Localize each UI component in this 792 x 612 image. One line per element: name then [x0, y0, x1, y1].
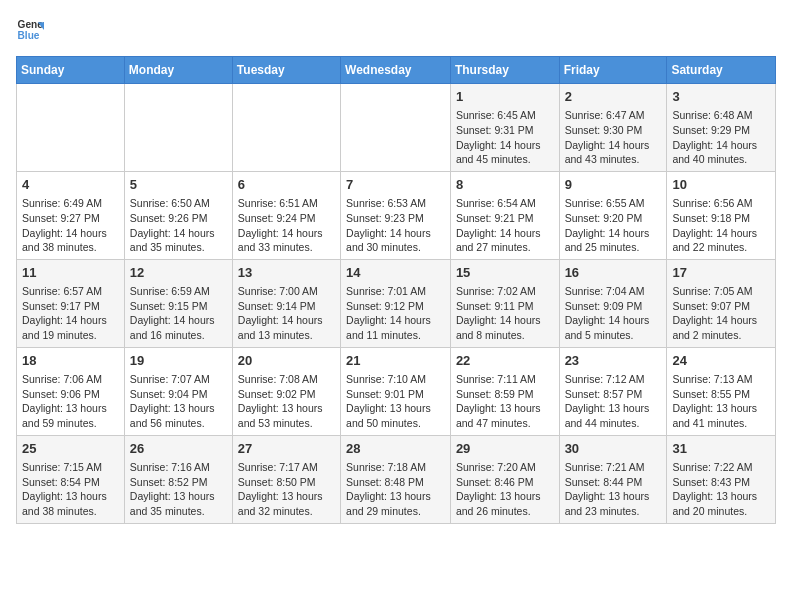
day-info: Sunrise: 7:00 AM Sunset: 9:14 PM Dayligh… [238, 284, 335, 343]
day-cell: 6Sunrise: 6:51 AM Sunset: 9:24 PM Daylig… [232, 171, 340, 259]
day-header-sunday: Sunday [17, 57, 125, 84]
day-cell: 15Sunrise: 7:02 AM Sunset: 9:11 PM Dayli… [450, 259, 559, 347]
day-cell: 23Sunrise: 7:12 AM Sunset: 8:57 PM Dayli… [559, 347, 667, 435]
week-row-2: 4Sunrise: 6:49 AM Sunset: 9:27 PM Daylig… [17, 171, 776, 259]
day-cell: 28Sunrise: 7:18 AM Sunset: 8:48 PM Dayli… [341, 435, 451, 523]
day-number: 3 [672, 88, 770, 106]
day-info: Sunrise: 6:53 AM Sunset: 9:23 PM Dayligh… [346, 196, 445, 255]
day-info: Sunrise: 6:49 AM Sunset: 9:27 PM Dayligh… [22, 196, 119, 255]
day-number: 4 [22, 176, 119, 194]
day-header-tuesday: Tuesday [232, 57, 340, 84]
day-header-friday: Friday [559, 57, 667, 84]
day-cell: 9Sunrise: 6:55 AM Sunset: 9:20 PM Daylig… [559, 171, 667, 259]
day-cell: 8Sunrise: 6:54 AM Sunset: 9:21 PM Daylig… [450, 171, 559, 259]
day-info: Sunrise: 6:48 AM Sunset: 9:29 PM Dayligh… [672, 108, 770, 167]
day-info: Sunrise: 6:57 AM Sunset: 9:17 PM Dayligh… [22, 284, 119, 343]
day-cell: 20Sunrise: 7:08 AM Sunset: 9:02 PM Dayli… [232, 347, 340, 435]
day-cell: 16Sunrise: 7:04 AM Sunset: 9:09 PM Dayli… [559, 259, 667, 347]
day-number: 30 [565, 440, 662, 458]
day-number: 2 [565, 88, 662, 106]
day-info: Sunrise: 6:50 AM Sunset: 9:26 PM Dayligh… [130, 196, 227, 255]
day-number: 24 [672, 352, 770, 370]
day-info: Sunrise: 7:21 AM Sunset: 8:44 PM Dayligh… [565, 460, 662, 519]
day-info: Sunrise: 6:47 AM Sunset: 9:30 PM Dayligh… [565, 108, 662, 167]
day-cell [232, 84, 340, 172]
week-row-1: 1Sunrise: 6:45 AM Sunset: 9:31 PM Daylig… [17, 84, 776, 172]
day-cell: 21Sunrise: 7:10 AM Sunset: 9:01 PM Dayli… [341, 347, 451, 435]
day-header-thursday: Thursday [450, 57, 559, 84]
day-cell [17, 84, 125, 172]
day-number: 13 [238, 264, 335, 282]
day-number: 16 [565, 264, 662, 282]
day-number: 5 [130, 176, 227, 194]
day-number: 19 [130, 352, 227, 370]
day-cell: 1Sunrise: 6:45 AM Sunset: 9:31 PM Daylig… [450, 84, 559, 172]
week-row-4: 18Sunrise: 7:06 AM Sunset: 9:06 PM Dayli… [17, 347, 776, 435]
day-cell: 7Sunrise: 6:53 AM Sunset: 9:23 PM Daylig… [341, 171, 451, 259]
day-header-wednesday: Wednesday [341, 57, 451, 84]
day-info: Sunrise: 7:11 AM Sunset: 8:59 PM Dayligh… [456, 372, 554, 431]
week-row-5: 25Sunrise: 7:15 AM Sunset: 8:54 PM Dayli… [17, 435, 776, 523]
day-cell: 24Sunrise: 7:13 AM Sunset: 8:55 PM Dayli… [667, 347, 776, 435]
day-cell: 31Sunrise: 7:22 AM Sunset: 8:43 PM Dayli… [667, 435, 776, 523]
day-cell: 5Sunrise: 6:50 AM Sunset: 9:26 PM Daylig… [124, 171, 232, 259]
day-info: Sunrise: 7:06 AM Sunset: 9:06 PM Dayligh… [22, 372, 119, 431]
day-info: Sunrise: 7:16 AM Sunset: 8:52 PM Dayligh… [130, 460, 227, 519]
day-cell: 4Sunrise: 6:49 AM Sunset: 9:27 PM Daylig… [17, 171, 125, 259]
day-info: Sunrise: 7:12 AM Sunset: 8:57 PM Dayligh… [565, 372, 662, 431]
day-cell: 11Sunrise: 6:57 AM Sunset: 9:17 PM Dayli… [17, 259, 125, 347]
day-cell: 12Sunrise: 6:59 AM Sunset: 9:15 PM Dayli… [124, 259, 232, 347]
day-number: 6 [238, 176, 335, 194]
day-cell: 19Sunrise: 7:07 AM Sunset: 9:04 PM Dayli… [124, 347, 232, 435]
logo: General Blue [16, 16, 48, 44]
day-cell: 2Sunrise: 6:47 AM Sunset: 9:30 PM Daylig… [559, 84, 667, 172]
day-cell: 10Sunrise: 6:56 AM Sunset: 9:18 PM Dayli… [667, 171, 776, 259]
page-header: General Blue [16, 16, 776, 44]
day-number: 27 [238, 440, 335, 458]
day-number: 22 [456, 352, 554, 370]
day-header-monday: Monday [124, 57, 232, 84]
day-cell: 22Sunrise: 7:11 AM Sunset: 8:59 PM Dayli… [450, 347, 559, 435]
day-info: Sunrise: 7:20 AM Sunset: 8:46 PM Dayligh… [456, 460, 554, 519]
day-number: 8 [456, 176, 554, 194]
day-cell: 3Sunrise: 6:48 AM Sunset: 9:29 PM Daylig… [667, 84, 776, 172]
day-info: Sunrise: 7:08 AM Sunset: 9:02 PM Dayligh… [238, 372, 335, 431]
day-cell: 29Sunrise: 7:20 AM Sunset: 8:46 PM Dayli… [450, 435, 559, 523]
day-number: 28 [346, 440, 445, 458]
day-info: Sunrise: 7:02 AM Sunset: 9:11 PM Dayligh… [456, 284, 554, 343]
day-info: Sunrise: 7:04 AM Sunset: 9:09 PM Dayligh… [565, 284, 662, 343]
day-info: Sunrise: 7:10 AM Sunset: 9:01 PM Dayligh… [346, 372, 445, 431]
day-number: 26 [130, 440, 227, 458]
day-info: Sunrise: 6:55 AM Sunset: 9:20 PM Dayligh… [565, 196, 662, 255]
day-info: Sunrise: 6:45 AM Sunset: 9:31 PM Dayligh… [456, 108, 554, 167]
day-number: 12 [130, 264, 227, 282]
day-number: 1 [456, 88, 554, 106]
day-info: Sunrise: 6:51 AM Sunset: 9:24 PM Dayligh… [238, 196, 335, 255]
calendar-table: SundayMondayTuesdayWednesdayThursdayFrid… [16, 56, 776, 524]
day-info: Sunrise: 7:07 AM Sunset: 9:04 PM Dayligh… [130, 372, 227, 431]
day-number: 21 [346, 352, 445, 370]
day-number: 7 [346, 176, 445, 194]
day-header-saturday: Saturday [667, 57, 776, 84]
day-info: Sunrise: 6:59 AM Sunset: 9:15 PM Dayligh… [130, 284, 227, 343]
day-info: Sunrise: 7:01 AM Sunset: 9:12 PM Dayligh… [346, 284, 445, 343]
day-info: Sunrise: 6:54 AM Sunset: 9:21 PM Dayligh… [456, 196, 554, 255]
day-cell [124, 84, 232, 172]
day-number: 18 [22, 352, 119, 370]
day-info: Sunrise: 7:18 AM Sunset: 8:48 PM Dayligh… [346, 460, 445, 519]
header-row: SundayMondayTuesdayWednesdayThursdayFrid… [17, 57, 776, 84]
svg-text:Blue: Blue [18, 30, 40, 41]
day-cell: 30Sunrise: 7:21 AM Sunset: 8:44 PM Dayli… [559, 435, 667, 523]
day-info: Sunrise: 7:13 AM Sunset: 8:55 PM Dayligh… [672, 372, 770, 431]
day-info: Sunrise: 6:56 AM Sunset: 9:18 PM Dayligh… [672, 196, 770, 255]
day-cell: 17Sunrise: 7:05 AM Sunset: 9:07 PM Dayli… [667, 259, 776, 347]
day-cell: 27Sunrise: 7:17 AM Sunset: 8:50 PM Dayli… [232, 435, 340, 523]
day-cell: 26Sunrise: 7:16 AM Sunset: 8:52 PM Dayli… [124, 435, 232, 523]
day-number: 31 [672, 440, 770, 458]
day-cell [341, 84, 451, 172]
day-info: Sunrise: 7:05 AM Sunset: 9:07 PM Dayligh… [672, 284, 770, 343]
day-number: 15 [456, 264, 554, 282]
week-row-3: 11Sunrise: 6:57 AM Sunset: 9:17 PM Dayli… [17, 259, 776, 347]
day-cell: 25Sunrise: 7:15 AM Sunset: 8:54 PM Dayli… [17, 435, 125, 523]
day-cell: 18Sunrise: 7:06 AM Sunset: 9:06 PM Dayli… [17, 347, 125, 435]
